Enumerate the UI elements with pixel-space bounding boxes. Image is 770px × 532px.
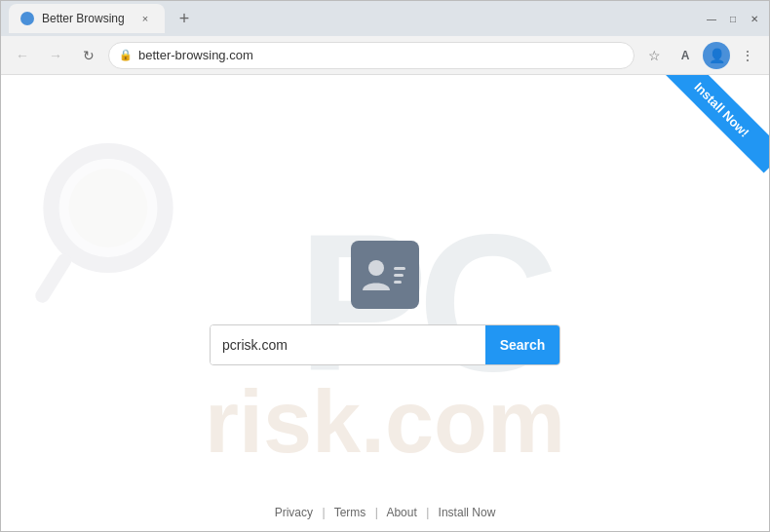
- back-button[interactable]: ←: [9, 42, 36, 69]
- search-button[interactable]: Search: [485, 325, 559, 364]
- footer-sep-2: |: [375, 506, 378, 519]
- forward-icon: →: [49, 48, 62, 63]
- profile-icon: 👤: [709, 48, 725, 63]
- tab-close-button[interactable]: ×: [137, 11, 153, 26]
- nav-actions: ☆ A 👤 ⋮: [640, 42, 761, 69]
- window-controls: — □ ✕: [705, 12, 761, 25]
- watermark-magnifier: [30, 133, 186, 309]
- about-link[interactable]: About: [386, 506, 416, 519]
- refresh-icon: ↻: [83, 48, 95, 63]
- page-content: PC risk.com Install Now!: [1, 75, 769, 531]
- install-ribbon-label: Install Now!: [662, 75, 769, 173]
- lock-icon: 🔒: [119, 49, 133, 61]
- tab-title: Better Browsing: [42, 12, 125, 25]
- refresh-button[interactable]: ↻: [75, 42, 102, 69]
- minimize-button[interactable]: —: [705, 12, 718, 25]
- terms-link[interactable]: Terms: [334, 506, 366, 519]
- install-ribbon[interactable]: Install Now!: [662, 75, 769, 182]
- new-tab-button[interactable]: +: [171, 5, 198, 32]
- page-footer: Privacy | Terms | About | Install Now: [1, 506, 769, 519]
- back-icon: ←: [16, 48, 29, 63]
- profile-card-icon: [351, 241, 419, 309]
- address-bar[interactable]: 🔒 better-browsing.com: [108, 42, 635, 69]
- menu-button[interactable]: ⋮: [734, 42, 761, 69]
- menu-icon: ⋮: [741, 48, 754, 63]
- extension-icon: A: [681, 49, 690, 62]
- close-button[interactable]: ✕: [748, 12, 761, 25]
- bookmark-button[interactable]: ☆: [640, 42, 668, 69]
- privacy-link[interactable]: Privacy: [275, 506, 313, 519]
- url-text: better-browsing.com: [138, 48, 253, 62]
- title-bar: Better Browsing × + — □ ✕: [1, 1, 769, 36]
- svg-rect-7: [394, 281, 402, 284]
- search-bar: Search: [210, 324, 560, 365]
- svg-rect-5: [394, 267, 405, 270]
- browser-window: Better Browsing × + — □ ✕ ← → ↻ 🔒 better…: [0, 0, 770, 532]
- forward-button[interactable]: →: [42, 42, 69, 69]
- svg-point-2: [69, 169, 148, 247]
- svg-point-4: [368, 260, 384, 276]
- install-now-link[interactable]: Install Now: [439, 506, 496, 519]
- search-input[interactable]: [211, 325, 485, 364]
- maximize-button[interactable]: □: [726, 12, 740, 25]
- svg-line-3: [43, 261, 65, 296]
- tab-favicon: [20, 12, 34, 25]
- center-content: Search: [210, 241, 560, 365]
- footer-sep-1: |: [322, 506, 325, 519]
- profile-button[interactable]: 👤: [703, 42, 730, 69]
- svg-point-0: [22, 14, 32, 23]
- watermark-risk: risk.com: [205, 372, 565, 473]
- footer-sep-3: |: [426, 506, 429, 519]
- star-icon: ☆: [648, 48, 661, 63]
- extension-button[interactable]: A: [672, 42, 699, 69]
- browser-tab[interactable]: Better Browsing ×: [9, 4, 165, 33]
- nav-bar: ← → ↻ 🔒 better-browsing.com ☆ A 👤 ⋮: [1, 36, 769, 75]
- svg-rect-6: [394, 274, 404, 277]
